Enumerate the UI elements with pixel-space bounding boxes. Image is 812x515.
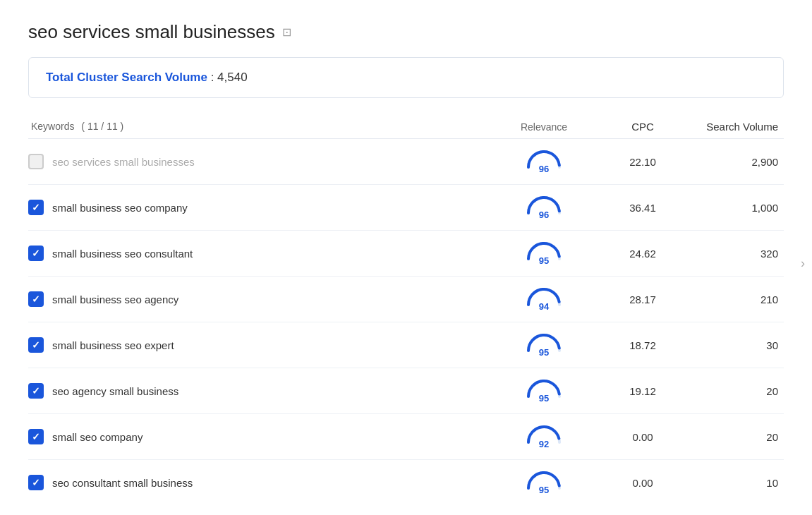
header-keywords: Keywords ( 11 / 11 ) [28,121,487,133]
keyword-checkbox[interactable] [28,337,44,353]
keyword-checkbox[interactable] [28,154,44,169]
relevance-gauge: 92 [524,423,564,451]
relevance-cell: 92 [487,423,600,451]
keyword-text: seo agency small business [52,385,178,397]
table-header: Keywords ( 11 / 11 ) Relevance CPC Searc… [28,115,784,139]
table-row: seo consultant small business 950.0010 [28,460,784,505]
page-title: seo services small businesses ⊡ [28,21,784,43]
relevance-gauge: 94 [524,285,564,313]
keyword-text: seo consultant small business [52,477,193,489]
keyword-text: small business seo consultant [52,248,193,260]
header-keywords-label: Keywords [31,121,74,132]
relevance-score: 96 [539,210,549,220]
relevance-gauge: 95 [524,331,564,359]
keyword-cell: seo services small businesses [28,154,487,169]
relevance-gauge: 95 [524,377,564,405]
table-row: seo services small businesses 9622.102,9… [28,139,784,185]
keyword-text: small seo company [52,431,143,443]
keyword-cell: small business seo company [28,200,487,215]
cpc-cell: 0.00 [600,431,685,443]
keyword-checkbox[interactable] [28,429,44,444]
cluster-value: 4,540 [217,71,248,84]
volume-cell: 20 [685,431,784,443]
relevance-cell: 95 [487,331,600,359]
relevance-gauge: 96 [524,147,564,176]
table-body: seo services small businesses 9622.102,9… [28,139,784,505]
cpc-cell: 19.12 [600,385,685,397]
cpc-cell: 0.00 [600,477,685,489]
keyword-cell: small seo company [28,429,487,444]
relevance-score: 95 [539,393,549,404]
cpc-cell: 18.72 [600,339,685,351]
keyword-text: small business seo company [52,202,188,214]
table-row: small business seo agency 9428.17210 [28,277,784,322]
keyword-checkbox[interactable] [28,291,44,307]
relevance-cell: 95 [487,239,600,267]
header-cpc: CPC [600,121,685,133]
relevance-score: 95 [539,255,549,266]
header-keywords-count: ( 11 / 11 ) [81,121,123,132]
relevance-cell: 96 [487,193,600,222]
keyword-cell: small business seo agency [28,291,487,307]
relevance-cell: 96 [487,147,600,176]
cluster-volume-box: Total Cluster Search Volume : 4,540 [28,57,784,98]
relevance-score: 92 [539,439,549,449]
keyword-checkbox[interactable] [28,246,44,261]
relevance-cell: 94 [487,285,600,313]
volume-cell: 320 [685,248,784,260]
relevance-gauge: 95 [524,468,564,497]
header-volume: Search Volume [685,121,784,133]
chevron-right-icon[interactable]: › [801,256,805,271]
table-row: small business seo consultant 9524.62320 [28,231,784,277]
table-row: small business seo company 9636.411,000 [28,185,784,231]
table-row: small seo company 920.0020 [28,414,784,460]
volume-cell: 10 [685,477,784,489]
keyword-cell: small business seo expert [28,337,487,353]
keyword-checkbox[interactable] [28,475,44,490]
cpc-cell: 24.62 [600,248,685,260]
volume-cell: 20 [685,385,784,397]
keyword-checkbox[interactable] [28,200,44,215]
volume-cell: 1,000 [685,202,784,214]
relevance-gauge: 95 [524,239,564,267]
header-relevance: Relevance [487,121,600,133]
cluster-label: Total Cluster Search Volume [46,71,207,84]
keyword-cell: seo agency small business [28,383,487,399]
cpc-cell: 22.10 [600,156,685,168]
relevance-gauge: 96 [524,193,564,222]
relevance-cell: 95 [487,468,600,497]
cpc-cell: 28.17 [600,293,685,305]
relevance-cell: 95 [487,377,600,405]
relevance-score: 95 [539,347,549,358]
volume-cell: 30 [685,339,784,351]
keyword-text: small business seo expert [52,339,174,351]
table-row: seo agency small business 9519.1220 [28,368,784,414]
relevance-score: 96 [539,164,549,174]
page-title-text: seo services small businesses [28,21,275,43]
keyword-cell: seo consultant small business [28,475,487,490]
keyword-text: seo services small businesses [52,156,195,168]
cluster-separator: : [207,71,217,84]
volume-cell: 2,900 [685,156,784,168]
keyword-text: small business seo agency [52,293,178,305]
relevance-score: 95 [539,485,549,495]
copy-icon[interactable]: ⊡ [282,25,291,39]
keyword-checkbox[interactable] [28,383,44,399]
cpc-cell: 36.41 [600,202,685,214]
keyword-cell: small business seo consultant [28,246,487,261]
relevance-score: 94 [539,301,549,312]
volume-cell: 210 [685,293,784,305]
table-row: small business seo expert 9518.7230 [28,322,784,368]
